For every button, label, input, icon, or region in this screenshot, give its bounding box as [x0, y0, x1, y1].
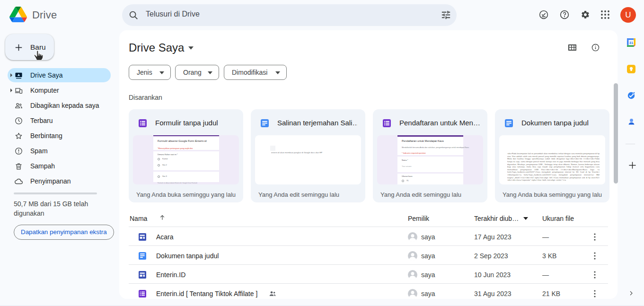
svg-text:31: 31	[629, 41, 634, 45]
